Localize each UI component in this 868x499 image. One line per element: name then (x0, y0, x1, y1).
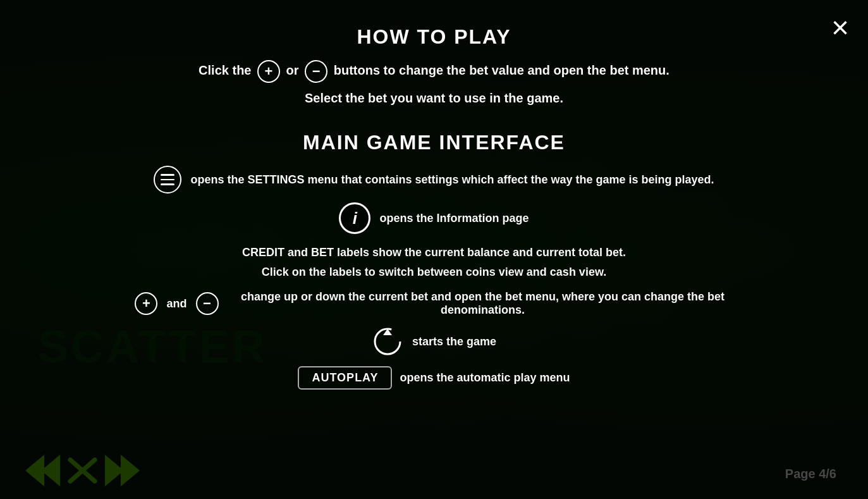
minus-icon: − (196, 292, 219, 315)
how-to-play-title: HOW TO PLAY (357, 25, 511, 49)
settings-text: opens the SETTINGS menu that contains se… (190, 171, 714, 189)
hamburger-line-2 (161, 179, 174, 181)
how-to-play-line1: Click the + or − buttons to change the b… (199, 60, 669, 83)
autoplay-button-label: AUTOPLAY (298, 366, 392, 390)
and-label: and (166, 297, 186, 311)
hamburger-line-3 (161, 183, 174, 185)
info-text: opens the Information page (379, 209, 529, 228)
main-game-title: MAIN GAME INTERFACE (303, 131, 565, 154)
info-row: i opens the Information page (87, 202, 782, 234)
autoplay-text: opens the automatic play menu (400, 369, 570, 387)
close-button[interactable]: × (831, 13, 849, 43)
minus-circle-icon: − (305, 60, 327, 83)
main-game-section: MAIN GAME INTERFACE opens the SETTINGS m… (51, 131, 817, 398)
plus-circle-icon: + (257, 60, 280, 83)
spin-row: starts the game (87, 326, 782, 357)
how-to-play-line2: Select the bet you want to use in the ga… (305, 88, 563, 108)
settings-row: opens the SETTINGS menu that contains se… (87, 166, 782, 194)
hamburger-line-1 (161, 174, 174, 176)
plus-icon: + (135, 292, 157, 315)
credit-bet-text: CREDIT and BET labels show the current b… (242, 243, 626, 281)
spin-text: starts the game (412, 333, 496, 351)
modal-container: × HOW TO PLAY Click the + or − buttons t… (0, 0, 868, 499)
spin-icon (372, 326, 403, 357)
autoplay-row: AUTOPLAY opens the automatic play menu (87, 366, 782, 390)
plus-minus-row: + and − change up or down the current be… (87, 290, 782, 317)
info-icon: i (339, 202, 370, 234)
plus-minus-text: change up or down the current bet and op… (230, 290, 736, 317)
hamburger-icon (154, 166, 181, 194)
